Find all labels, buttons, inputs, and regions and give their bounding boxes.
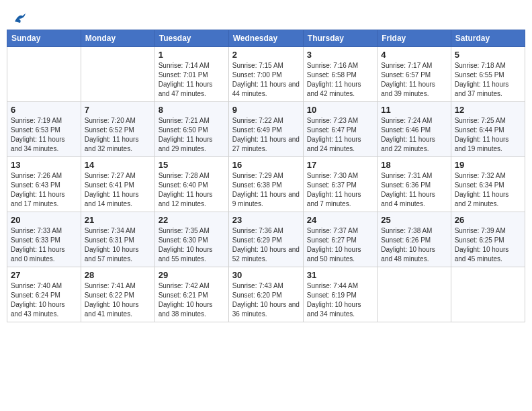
- day-number: 13: [11, 160, 77, 170]
- calendar-cell: 13Sunrise: 7:26 AM Sunset: 6:43 PM Dayli…: [7, 157, 81, 212]
- calendar-week-row: 6Sunrise: 7:19 AM Sunset: 6:53 PM Daylig…: [7, 102, 525, 157]
- day-info: Sunrise: 7:37 AM Sunset: 6:27 PM Dayligh…: [307, 226, 373, 264]
- day-number: 9: [232, 105, 300, 115]
- calendar-cell: [7, 47, 81, 102]
- day-info: Sunrise: 7:15 AM Sunset: 7:00 PM Dayligh…: [232, 61, 300, 99]
- calendar-cell: 11Sunrise: 7:24 AM Sunset: 6:46 PM Dayli…: [378, 102, 451, 157]
- day-number: 24: [307, 215, 373, 225]
- day-number: 20: [11, 215, 77, 225]
- day-number: 19: [455, 160, 521, 170]
- calendar-cell: [378, 267, 451, 322]
- day-info: Sunrise: 7:22 AM Sunset: 6:49 PM Dayligh…: [232, 116, 300, 154]
- calendar-cell: 1Sunrise: 7:14 AM Sunset: 7:01 PM Daylig…: [154, 47, 228, 102]
- calendar-week-row: 27Sunrise: 7:40 AM Sunset: 6:24 PM Dayli…: [7, 267, 525, 322]
- day-info: Sunrise: 7:27 AM Sunset: 6:41 PM Dayligh…: [85, 171, 151, 209]
- calendar-cell: 27Sunrise: 7:40 AM Sunset: 6:24 PM Dayli…: [7, 267, 81, 322]
- calendar-cell: 25Sunrise: 7:38 AM Sunset: 6:26 PM Dayli…: [378, 212, 451, 267]
- day-number: 25: [381, 215, 447, 225]
- day-number: 16: [232, 160, 300, 170]
- day-of-week-header: Monday: [81, 30, 154, 47]
- day-info: Sunrise: 7:40 AM Sunset: 6:24 PM Dayligh…: [11, 281, 77, 319]
- calendar-cell: 8Sunrise: 7:21 AM Sunset: 6:50 PM Daylig…: [154, 102, 228, 157]
- day-info: Sunrise: 7:24 AM Sunset: 6:46 PM Dayligh…: [381, 116, 447, 154]
- day-number: 3: [307, 50, 373, 60]
- day-info: Sunrise: 7:18 AM Sunset: 6:55 PM Dayligh…: [455, 61, 521, 99]
- day-number: 22: [159, 215, 225, 225]
- day-number: 31: [307, 270, 373, 280]
- calendar-cell: 20Sunrise: 7:33 AM Sunset: 6:33 PM Dayli…: [7, 212, 81, 267]
- day-info: Sunrise: 7:25 AM Sunset: 6:44 PM Dayligh…: [455, 116, 521, 154]
- calendar-cell: 31Sunrise: 7:44 AM Sunset: 6:19 PM Dayli…: [303, 267, 377, 322]
- calendar-cell: 23Sunrise: 7:36 AM Sunset: 6:29 PM Dayli…: [228, 212, 303, 267]
- calendar-cell: 18Sunrise: 7:31 AM Sunset: 6:36 PM Dayli…: [378, 157, 451, 212]
- calendar-cell: 14Sunrise: 7:27 AM Sunset: 6:41 PM Dayli…: [81, 157, 154, 212]
- day-of-week-header: Wednesday: [228, 30, 303, 47]
- day-of-week-header: Tuesday: [154, 30, 228, 47]
- day-info: Sunrise: 7:31 AM Sunset: 6:36 PM Dayligh…: [381, 171, 447, 209]
- calendar-header-row: SundayMondayTuesdayWednesdayThursdayFrid…: [7, 30, 525, 47]
- day-number: 10: [307, 105, 373, 115]
- calendar-cell: 5Sunrise: 7:18 AM Sunset: 6:55 PM Daylig…: [451, 47, 525, 102]
- day-number: 21: [85, 215, 151, 225]
- day-info: Sunrise: 7:33 AM Sunset: 6:33 PM Dayligh…: [11, 226, 77, 264]
- day-number: 30: [232, 270, 300, 280]
- day-number: 11: [381, 105, 447, 115]
- calendar-cell: 17Sunrise: 7:30 AM Sunset: 6:37 PM Dayli…: [303, 157, 377, 212]
- calendar-cell: 29Sunrise: 7:42 AM Sunset: 6:21 PM Dayli…: [154, 267, 228, 322]
- day-number: 18: [381, 160, 447, 170]
- calendar-cell: 2Sunrise: 7:15 AM Sunset: 7:00 PM Daylig…: [228, 47, 303, 102]
- day-number: 27: [11, 270, 77, 280]
- day-number: 29: [159, 270, 225, 280]
- calendar-cell: 7Sunrise: 7:20 AM Sunset: 6:52 PM Daylig…: [81, 102, 154, 157]
- day-info: Sunrise: 7:30 AM Sunset: 6:37 PM Dayligh…: [307, 171, 373, 209]
- day-info: Sunrise: 7:44 AM Sunset: 6:19 PM Dayligh…: [307, 281, 373, 319]
- day-number: 12: [455, 105, 521, 115]
- day-of-week-header: Friday: [378, 30, 451, 47]
- logo: [12, 9, 28, 21]
- day-number: 2: [232, 50, 300, 60]
- day-info: Sunrise: 7:41 AM Sunset: 6:22 PM Dayligh…: [85, 281, 151, 319]
- day-number: 23: [232, 215, 300, 225]
- day-of-week-header: Saturday: [451, 30, 525, 47]
- calendar-week-row: 13Sunrise: 7:26 AM Sunset: 6:43 PM Dayli…: [7, 157, 525, 212]
- day-info: Sunrise: 7:39 AM Sunset: 6:25 PM Dayligh…: [455, 226, 521, 264]
- calendar-cell: 6Sunrise: 7:19 AM Sunset: 6:53 PM Daylig…: [7, 102, 81, 157]
- calendar-week-row: 20Sunrise: 7:33 AM Sunset: 6:33 PM Dayli…: [7, 212, 525, 267]
- day-info: Sunrise: 7:35 AM Sunset: 6:30 PM Dayligh…: [159, 226, 225, 264]
- calendar-cell: [451, 267, 525, 322]
- page-header: [7, 7, 525, 24]
- calendar-table: SundayMondayTuesdayWednesdayThursdayFrid…: [7, 30, 525, 322]
- day-number: 8: [159, 105, 225, 115]
- day-info: Sunrise: 7:29 AM Sunset: 6:38 PM Dayligh…: [232, 171, 300, 209]
- calendar-cell: 26Sunrise: 7:39 AM Sunset: 6:25 PM Dayli…: [451, 212, 525, 267]
- calendar-cell: 22Sunrise: 7:35 AM Sunset: 6:30 PM Dayli…: [154, 212, 228, 267]
- day-number: 6: [11, 105, 77, 115]
- calendar-cell: 16Sunrise: 7:29 AM Sunset: 6:38 PM Dayli…: [228, 157, 303, 212]
- calendar-cell: 3Sunrise: 7:16 AM Sunset: 6:58 PM Daylig…: [303, 47, 377, 102]
- calendar-cell: 15Sunrise: 7:28 AM Sunset: 6:40 PM Dayli…: [154, 157, 228, 212]
- day-info: Sunrise: 7:19 AM Sunset: 6:53 PM Dayligh…: [11, 116, 77, 154]
- calendar-cell: 9Sunrise: 7:22 AM Sunset: 6:49 PM Daylig…: [228, 102, 303, 157]
- calendar-cell: 24Sunrise: 7:37 AM Sunset: 6:27 PM Dayli…: [303, 212, 377, 267]
- day-number: 26: [455, 215, 521, 225]
- day-info: Sunrise: 7:28 AM Sunset: 6:40 PM Dayligh…: [159, 171, 225, 209]
- day-info: Sunrise: 7:32 AM Sunset: 6:34 PM Dayligh…: [455, 171, 521, 209]
- day-info: Sunrise: 7:21 AM Sunset: 6:50 PM Dayligh…: [159, 116, 225, 154]
- day-of-week-header: Sunday: [7, 30, 81, 47]
- day-info: Sunrise: 7:23 AM Sunset: 6:47 PM Dayligh…: [307, 116, 373, 154]
- calendar-cell: 19Sunrise: 7:32 AM Sunset: 6:34 PM Dayli…: [451, 157, 525, 212]
- day-info: Sunrise: 7:34 AM Sunset: 6:31 PM Dayligh…: [85, 226, 151, 264]
- day-number: 15: [159, 160, 225, 170]
- calendar-cell: 12Sunrise: 7:25 AM Sunset: 6:44 PM Dayli…: [451, 102, 525, 157]
- day-info: Sunrise: 7:36 AM Sunset: 6:29 PM Dayligh…: [232, 226, 300, 264]
- calendar-week-row: 1Sunrise: 7:14 AM Sunset: 7:01 PM Daylig…: [7, 47, 525, 102]
- day-info: Sunrise: 7:14 AM Sunset: 7:01 PM Dayligh…: [159, 61, 225, 99]
- calendar-cell: 10Sunrise: 7:23 AM Sunset: 6:47 PM Dayli…: [303, 102, 377, 157]
- calendar-cell: 28Sunrise: 7:41 AM Sunset: 6:22 PM Dayli…: [81, 267, 154, 322]
- calendar-cell: 4Sunrise: 7:17 AM Sunset: 6:57 PM Daylig…: [378, 47, 451, 102]
- calendar-cell: 21Sunrise: 7:34 AM Sunset: 6:31 PM Dayli…: [81, 212, 154, 267]
- calendar-cell: [81, 47, 154, 102]
- day-number: 5: [455, 50, 521, 60]
- day-info: Sunrise: 7:42 AM Sunset: 6:21 PM Dayligh…: [159, 281, 225, 319]
- day-number: 4: [381, 50, 447, 60]
